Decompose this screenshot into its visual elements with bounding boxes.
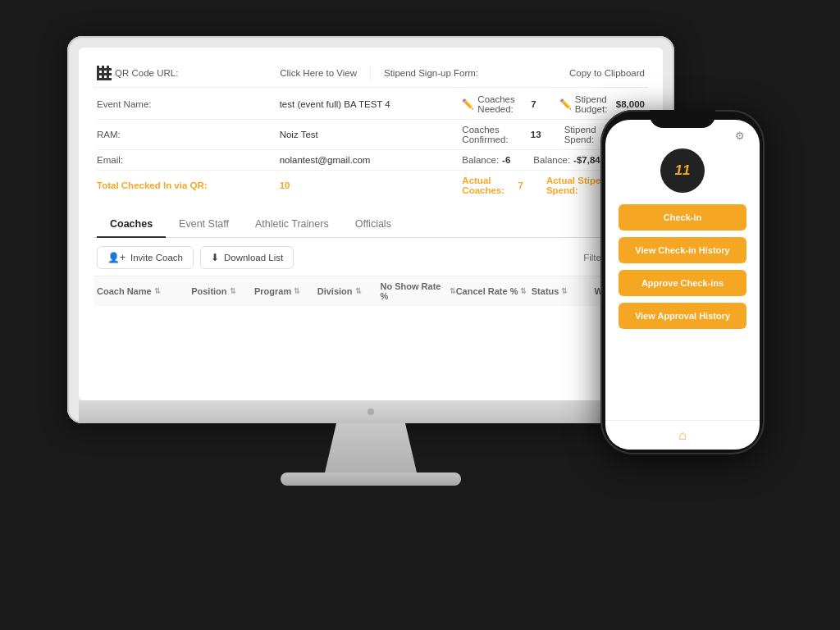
qr-label: QR Code URL:	[97, 66, 178, 80]
pencil-stipend-budget: ✏️	[559, 98, 572, 110]
th-program-label: Program	[254, 286, 291, 296]
th-division-label: Division	[317, 286, 353, 296]
toolbar: 👤+ Invite Coach ⬇ Download List Filter b…	[94, 238, 648, 276]
phone-notch	[650, 110, 715, 128]
sort-arrow-no-show: ⇅	[450, 287, 456, 295]
info-row-3: Email: nolantest@gmail.com Balance: -6 B…	[97, 150, 645, 171]
tab-athletic-trainers[interactable]: Athletic Trainers	[242, 212, 342, 238]
total-checkin-value: 10	[280, 180, 463, 190]
app-logo: 11	[660, 148, 705, 193]
qr-label-text: QR Code URL:	[115, 68, 178, 78]
person-add-icon: 👤+	[107, 252, 126, 263]
tabs-container: Coaches Event Staff Athletic Trainers Of…	[94, 212, 648, 238]
balance-coaches-label: Balance:	[462, 155, 499, 165]
ram-value: Noiz Test	[280, 130, 463, 139]
info-row-4: Total Checked In via QR: 10 Actual Coach…	[97, 171, 645, 200]
download-icon: ⬇	[211, 252, 219, 263]
actual-coaches-label: Actual Coaches:	[462, 176, 514, 195]
monitor-screen: QR Code URL: Click Here to View Stipend …	[79, 48, 663, 400]
monitor-power-indicator	[368, 409, 374, 415]
sort-arrow-status: ⇅	[561, 287, 568, 295]
balance-stipend-label: Balance:	[533, 155, 570, 165]
coaches-stipend-budget: ✏️ Coaches Needed: 7 ✏️ Stipend Budget: …	[462, 94, 645, 114]
th-no-show-label: No Show Rate %	[381, 281, 447, 301]
tab-officials[interactable]: Officials	[342, 212, 404, 238]
top-bar: QR Code URL: Click Here to View Stipend …	[94, 59, 648, 88]
actual-coaches-value: 7	[518, 180, 523, 190]
th-division[interactable]: Division ⇅	[317, 281, 381, 301]
th-no-show-rate[interactable]: No Show Rate % ⇅	[381, 281, 456, 301]
th-coach-name[interactable]: Coach Name ⇅	[97, 281, 191, 301]
total-checkin-label: Total Checked In via QR:	[97, 180, 280, 190]
actual-coaches-group: Actual Coaches: 7	[462, 176, 523, 195]
coaches-confirmed-group: Coaches Confirmed: 13	[462, 125, 541, 144]
invite-coach-button[interactable]: 👤+ Invite Coach	[97, 246, 194, 269]
info-row-1: Event Name: test (event full) BA TEST 4 …	[97, 89, 645, 120]
download-list-button[interactable]: ⬇ Download List	[200, 246, 294, 269]
qr-icon	[97, 66, 112, 80]
sort-arrow-position: ⇅	[230, 287, 236, 295]
tab-coaches[interactable]: Coaches	[97, 212, 166, 238]
table-header: Coach Name ⇅ Position ⇅ Program ⇅ Divi	[94, 276, 648, 306]
th-position[interactable]: Position ⇅	[191, 281, 254, 301]
pencil-coaches-needed: ✏️	[462, 98, 474, 110]
approve-checkins-button[interactable]: Approve Check-ins	[619, 270, 746, 296]
sort-arrow-division: ⇅	[355, 287, 362, 295]
view-checkin-history-button[interactable]: View Check-in History	[619, 237, 746, 263]
content-area: QR Code URL: Click Here to View Stipend …	[79, 48, 663, 317]
th-position-label: Position	[191, 286, 226, 296]
monitor-chin	[79, 400, 663, 423]
sort-arrow-cancel: ⇅	[520, 287, 527, 295]
th-coach-name-label: Coach Name	[97, 286, 152, 296]
stipend-section: Stipend Sign-up Form: Copy to Clipboard	[371, 66, 648, 80]
event-name-value: test (event full) BA TEST 4	[280, 99, 463, 109]
th-program[interactable]: Program ⇅	[254, 281, 317, 301]
scene: QR Code URL: Click Here to View Stipend …	[51, 20, 789, 610]
balance-coaches-value: -6	[502, 155, 510, 165]
home-icon[interactable]: ⌂	[678, 428, 687, 443]
qr-section: QR Code URL: Click Here to View	[94, 66, 371, 80]
email-value: nolantest@gmail.com	[280, 155, 463, 165]
download-list-label: Download List	[224, 253, 283, 262]
info-row-2: RAM: Noiz Test Coaches Confirmed: 13 Sti…	[97, 120, 645, 150]
stipend-action-link[interactable]: Copy to Clipboard	[569, 68, 645, 78]
qr-action-link[interactable]: Click Here to View	[280, 68, 357, 78]
phone-buttons-container: Check-in View Check-in History Approve C…	[605, 204, 760, 420]
stipend-budget-value: $8,000	[616, 99, 645, 109]
gear-icon[interactable]: ⚙	[735, 130, 745, 142]
event-name-label: Event Name:	[97, 99, 280, 109]
email-label: Email:	[97, 155, 280, 165]
logo-text: 11	[675, 162, 691, 179]
phone-screen: ⚙ 11 Check-in View Check-in History Appr…	[605, 120, 760, 450]
monitor: QR Code URL: Click Here to View Stipend …	[67, 36, 674, 486]
sort-arrow-coach: ⇅	[154, 287, 161, 295]
phone: ⚙ 11 Check-in View Check-in History Appr…	[600, 110, 765, 454]
tab-event-staff[interactable]: Event Staff	[166, 212, 242, 238]
invite-coach-label: Invite Coach	[130, 253, 183, 262]
view-approval-history-button[interactable]: View Approval History	[619, 303, 746, 329]
coaches-needed-value: 7	[531, 99, 536, 109]
phone-logo-area: 11	[660, 148, 705, 193]
phone-bottom-nav: ⌂	[605, 420, 760, 450]
balance-coaches-group: Balance: -6	[462, 155, 510, 165]
th-cancel-label: Cancel Rate %	[456, 286, 518, 296]
th-cancel-rate[interactable]: Cancel Rate % ⇅	[456, 281, 532, 301]
monitor-stand	[313, 423, 428, 472]
coaches-confirmed-label: Coaches Confirmed:	[462, 125, 527, 144]
monitor-screen-border: QR Code URL: Click Here to View Stipend …	[67, 36, 674, 423]
checkin-button[interactable]: Check-in	[619, 204, 746, 231]
monitor-base	[281, 472, 461, 486]
coaches-needed-label: Coaches Needed:	[477, 94, 527, 114]
th-status[interactable]: Status ⇅	[532, 281, 595, 301]
sort-arrow-program: ⇅	[294, 287, 300, 295]
ram-label: RAM:	[97, 130, 280, 139]
coaches-needed-group: ✏️ Coaches Needed: 7	[462, 94, 536, 114]
stipend-budget-label: Stipend Budget:	[575, 94, 613, 114]
info-section: Event Name: test (event full) BA TEST 4 …	[94, 89, 648, 200]
coaches-confirmed-value: 13	[531, 130, 541, 139]
toolbar-left: 👤+ Invite Coach ⬇ Download List	[97, 246, 294, 269]
th-status-label: Status	[532, 286, 559, 296]
stipend-label: Stipend Sign-up Form:	[384, 68, 478, 78]
